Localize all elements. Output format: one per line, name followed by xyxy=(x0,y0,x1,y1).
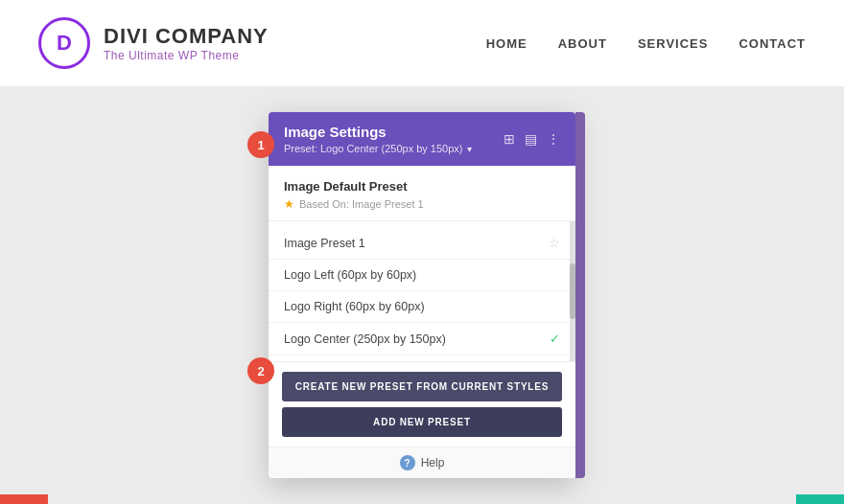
modal-wrapper: 1 2 Image Settings Preset: Logo Center (… xyxy=(269,112,575,478)
nav-services[interactable]: SERVICES xyxy=(638,36,709,51)
nav-links: HOME ABOUT SERVICES CONTACT xyxy=(486,36,806,51)
logo-text: DIVI COMPANY The Ultimate WP Theme xyxy=(104,24,269,62)
company-tagline: The Ultimate WP Theme xyxy=(104,49,269,62)
more-options-icon[interactable]: ⋮ xyxy=(547,131,560,147)
step-badge-1: 1 xyxy=(247,131,274,158)
nav-contact[interactable]: CONTACT xyxy=(738,36,806,51)
modal-body: Image Default Preset ★ Based On: Image P… xyxy=(269,166,575,478)
modal-header: Image Settings Preset: Logo Center (250p… xyxy=(269,112,575,166)
action-buttons: CREATE NEW PRESET FROM CURRENT STYLES AD… xyxy=(269,361,575,447)
main-area: 1 2 Image Settings Preset: Logo Center (… xyxy=(0,86,844,504)
default-preset-section: Image Default Preset ★ Based On: Image P… xyxy=(269,166,575,221)
bar-teal xyxy=(796,494,844,504)
star-icon: ★ xyxy=(284,197,294,211)
based-on-text: Based On: Image Preset 1 xyxy=(299,198,424,210)
modal-header-left: Image Settings Preset: Logo Center (250p… xyxy=(284,124,472,154)
help-text[interactable]: Help xyxy=(421,456,445,470)
chevron-down-icon: ▾ xyxy=(467,144,472,154)
step-badge-2: 2 xyxy=(247,357,274,384)
default-preset-title: Image Default Preset xyxy=(284,179,560,194)
preset-item-name: Logo Left (60px by 60px) xyxy=(284,268,416,282)
create-preset-button[interactable]: CREATE NEW PRESET FROM CURRENT STYLES xyxy=(282,372,562,401)
list-item[interactable]: Image Preset 1 ☆ xyxy=(269,227,575,260)
expand-icon[interactable]: ⊞ xyxy=(504,131,515,147)
bottom-bars xyxy=(0,494,844,504)
preset-based-on: ★ Based On: Image Preset 1 xyxy=(284,197,560,211)
list-item[interactable]: Logo Right (60px by 60px) xyxy=(269,291,575,323)
nav-about[interactable]: ABOUT xyxy=(558,36,607,51)
image-settings-modal: Image Settings Preset: Logo Center (250p… xyxy=(269,112,575,478)
star-icon: ☆ xyxy=(549,236,560,250)
help-icon: ? xyxy=(400,455,415,470)
bar-red xyxy=(0,494,48,504)
modal-preset-row[interactable]: Preset: Logo Center (250px by 150px) ▾ xyxy=(284,143,472,154)
check-icon: ✓ xyxy=(550,332,560,346)
help-footer: ? Help xyxy=(269,447,575,478)
preset-item-name: Logo Right (60px by 60px) xyxy=(284,300,425,313)
add-preset-button[interactable]: ADD NEW PRESET xyxy=(282,407,562,437)
logo-icon: D xyxy=(38,17,90,69)
list-item[interactable]: Logo Left (60px by 60px) xyxy=(269,260,575,291)
preset-item-name: Logo Center (250px by 150px) xyxy=(284,332,446,346)
modal-header-icons: ⊞ ▤ ⋮ xyxy=(504,131,560,147)
logo-area: D DIVI COMPANY The Ultimate WP Theme xyxy=(38,17,269,69)
modal-preset-text: Preset: Logo Center (250px by 150px) xyxy=(284,143,463,154)
modal-title: Image Settings xyxy=(284,124,472,140)
company-name: DIVI COMPANY xyxy=(104,24,269,49)
nav-home[interactable]: HOME xyxy=(486,36,528,51)
preset-item-name: Image Preset 1 xyxy=(284,237,365,250)
layout-icon[interactable]: ▤ xyxy=(525,131,537,147)
purple-accent-bar xyxy=(575,112,585,478)
list-item[interactable]: Logo Center (250px by 150px) ✓ xyxy=(269,323,575,355)
top-nav: D DIVI COMPANY The Ultimate WP Theme HOM… xyxy=(0,0,844,86)
preset-list: Image Preset 1 ☆ Logo Left (60px by 60px… xyxy=(269,221,575,361)
